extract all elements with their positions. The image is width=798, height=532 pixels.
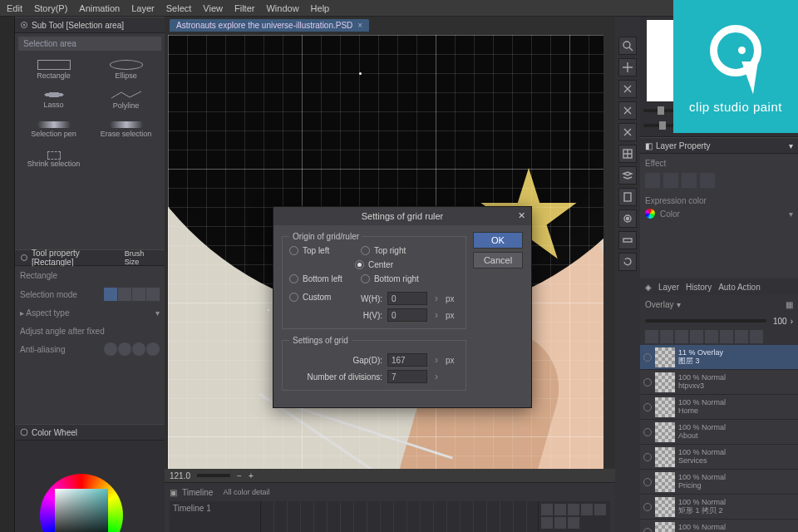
- blend-mode-dropdown[interactable]: Overlay: [645, 300, 673, 309]
- visibility-icon[interactable]: [643, 353, 652, 362]
- spinner-icon[interactable]: ›: [791, 317, 793, 326]
- close-x-icon-2[interactable]: [618, 101, 637, 120]
- layer-row[interactable]: 11 % Overlay图层 3: [640, 345, 798, 370]
- color-swatch-icon: [645, 209, 655, 219]
- subtool-panel-header[interactable]: Sub Tool [Selection area]: [15, 17, 165, 33]
- visibility-icon[interactable]: [643, 428, 652, 436]
- menu-filter[interactable]: Filter: [234, 3, 254, 13]
- dialog-titlebar[interactable]: Settings of grid ruler ✕: [273, 207, 531, 225]
- color-square[interactable]: [55, 489, 108, 532]
- menu-edit[interactable]: Edit: [7, 3, 22, 13]
- ruler-icon[interactable]: [618, 231, 637, 249]
- tab-history[interactable]: History: [686, 283, 712, 292]
- move-icon[interactable]: [618, 58, 637, 76]
- layerprop-menu-icon[interactable]: ▾: [789, 141, 793, 150]
- menu-animation[interactable]: Animation: [79, 3, 120, 13]
- spinner-icon[interactable]: ›: [432, 354, 441, 366]
- layer-lock-icon[interactable]: ▦: [786, 300, 793, 309]
- aspect-dropdown[interactable]: ▾: [155, 308, 160, 318]
- ok-button[interactable]: OK: [473, 232, 523, 249]
- gear-icon[interactable]: [618, 209, 637, 228]
- effect-btn[interactable]: [663, 173, 678, 188]
- layers-title[interactable]: Layer: [658, 283, 679, 292]
- document-tab[interactable]: Astronauts explore the universe-illustra…: [170, 19, 369, 32]
- toolprop-tab-brushsize[interactable]: Brush Size: [125, 249, 160, 266]
- zoom-slider[interactable]: [197, 474, 230, 477]
- wh-input[interactable]: 0: [387, 292, 427, 305]
- gap-input[interactable]: 167: [387, 353, 427, 367]
- visibility-icon[interactable]: [643, 378, 652, 387]
- grid-icon[interactable]: [618, 145, 637, 163]
- timeline-track[interactable]: [261, 501, 539, 532]
- effect-btn[interactable]: [700, 173, 715, 188]
- visibility-icon[interactable]: [643, 503, 652, 511]
- selection-mode-buttons[interactable]: [104, 288, 160, 301]
- hv-input[interactable]: 0: [387, 308, 427, 322]
- doc-icon[interactable]: [618, 188, 637, 206]
- radio-bottom-right[interactable]: Bottom right: [361, 274, 459, 283]
- subtool-lasso[interactable]: Lasso: [18, 86, 89, 114]
- menu-view[interactable]: View: [203, 3, 223, 13]
- close-icon[interactable]: ✕: [515, 209, 528, 222]
- spinner-icon[interactable]: ›: [432, 371, 441, 382]
- layer-row[interactable]: 100 % NormalServices: [640, 445, 798, 470]
- visibility-icon[interactable]: [643, 528, 652, 533]
- expression-color-value[interactable]: Color: [660, 209, 680, 219]
- layer-row[interactable]: 100 % NormalAbout: [640, 420, 798, 445]
- layer-row[interactable]: 100 % Normal矩形 1 拷贝 2: [640, 495, 798, 520]
- chevron-down-icon[interactable]: ▾: [789, 209, 793, 219]
- radio-top-right[interactable]: Top right: [361, 246, 459, 255]
- visibility-icon[interactable]: [643, 453, 652, 461]
- radio-custom[interactable]: Custom: [289, 288, 356, 305]
- timeline-clip-name[interactable]: All color detail: [223, 488, 269, 496]
- radio-center[interactable]: Center: [355, 260, 393, 269]
- color-ring[interactable]: [40, 474, 123, 532]
- menu-story[interactable]: Story(P): [34, 3, 67, 13]
- visibility-icon[interactable]: [643, 403, 652, 411]
- subtool-tab[interactable]: Selection area: [18, 37, 161, 51]
- magnify-icon[interactable]: [618, 37, 637, 55]
- subtool-erase-selection[interactable]: Erase selection: [91, 116, 161, 144]
- visibility-icon[interactable]: [643, 478, 652, 486]
- layer-row[interactable]: 100 % Normalexplore: [640, 520, 798, 532]
- opacity-slider[interactable]: [645, 319, 766, 323]
- effect-btn[interactable]: [682, 173, 697, 188]
- menu-window[interactable]: Window: [266, 3, 298, 13]
- colorwheel-panel[interactable]: [15, 441, 165, 532]
- close-icon[interactable]: ×: [357, 21, 362, 30]
- radio-top-left[interactable]: Top left: [289, 246, 356, 255]
- timeline-play-controls[interactable]: [539, 501, 610, 532]
- reset-icon[interactable]: [618, 253, 637, 271]
- timeline-track-label[interactable]: Timeline 1: [173, 504, 257, 513]
- effect-btn[interactable]: [645, 173, 660, 188]
- colorwheel-panel-header[interactable]: Color Wheel: [15, 424, 165, 441]
- layer-row[interactable]: 100 % NormalHome: [640, 395, 798, 420]
- layer-action-buttons[interactable]: [640, 328, 798, 345]
- zoom-out-icon[interactable]: −: [237, 471, 242, 480]
- toolprop-panel-header[interactable]: Tool property [Rectangle] Brush Size: [15, 249, 165, 266]
- subtool-shrink-selection[interactable]: Shrink selection: [18, 145, 89, 174]
- layer-row[interactable]: 100 % Normalhtpvxv3: [640, 370, 798, 395]
- spinner-icon[interactable]: ›: [432, 309, 441, 321]
- antialias-buttons[interactable]: [104, 342, 160, 356]
- cancel-button[interactable]: Cancel: [473, 252, 523, 268]
- layerprop-panel-header[interactable]: ◧ Layer Property ▾: [640, 137, 798, 154]
- spinner-icon[interactable]: ›: [432, 293, 441, 304]
- layers-icon[interactable]: [618, 166, 637, 185]
- close-x-icon[interactable]: [618, 80, 637, 98]
- tab-auto-action[interactable]: Auto Action: [718, 283, 761, 292]
- subtool-polyline[interactable]: Polyline: [91, 86, 161, 114]
- menu-select[interactable]: Select: [166, 3, 192, 13]
- unit-px: px: [446, 356, 459, 365]
- subtool-rectangle[interactable]: Rectangle: [18, 56, 89, 84]
- radio-bottom-left[interactable]: Bottom left: [289, 274, 356, 283]
- subtool-ellipse[interactable]: Ellipse: [91, 56, 161, 84]
- divisions-input[interactable]: 7: [387, 370, 427, 383]
- subtool-selection-pen[interactable]: Selection pen: [18, 116, 89, 144]
- menu-layer[interactable]: Layer: [131, 3, 155, 13]
- layer-row[interactable]: 100 % NormalPricing: [640, 470, 798, 495]
- timeline-title[interactable]: Timeline: [182, 488, 213, 497]
- zoom-in-icon[interactable]: +: [249, 471, 254, 480]
- menu-help[interactable]: Help: [311, 3, 330, 13]
- close-x-icon-3[interactable]: [618, 123, 637, 141]
